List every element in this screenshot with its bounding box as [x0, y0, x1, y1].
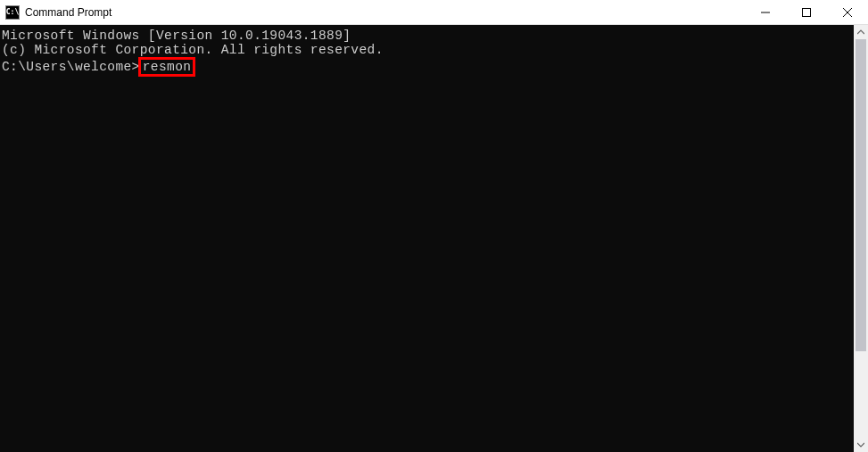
terminal-output[interactable]: Microsoft Windows [Version 10.0.19043.18… — [0, 25, 854, 452]
close-icon — [843, 8, 852, 17]
close-button[interactable] — [827, 0, 868, 24]
svg-rect-1 — [803, 8, 811, 16]
command-highlight: resmon — [138, 57, 196, 77]
command-prompt-window: C:\ Command Prompt Microsoft Wi — [0, 0, 868, 452]
scrollbar-up-button[interactable] — [854, 25, 868, 39]
vertical-scrollbar[interactable] — [854, 25, 868, 452]
window-controls — [745, 0, 868, 24]
terminal-line-version: Microsoft Windows [Version 10.0.19043.18… — [2, 29, 852, 43]
app-icon: C:\ — [5, 5, 20, 20]
chevron-down-icon — [857, 441, 864, 448]
titlebar[interactable]: C:\ Command Prompt — [0, 0, 868, 25]
scrollbar-down-button[interactable] — [854, 438, 868, 452]
scrollbar-track[interactable] — [854, 39, 868, 438]
minimize-icon — [761, 8, 770, 17]
scrollbar-thumb[interactable] — [856, 39, 866, 351]
app-icon-label: C:\ — [6, 8, 19, 16]
content-area: Microsoft Windows [Version 10.0.19043.18… — [0, 25, 868, 452]
terminal-command: resmon — [143, 60, 192, 74]
maximize-button[interactable] — [786, 0, 827, 24]
maximize-icon — [802, 8, 811, 17]
window-title: Command Prompt — [25, 6, 745, 19]
terminal-prompt-line: C:\Users\welcome>resmon — [2, 57, 852, 77]
terminal-line-copyright: (c) Microsoft Corporation. All rights re… — [2, 43, 852, 57]
minimize-button[interactable] — [745, 0, 786, 24]
chevron-up-icon — [857, 29, 864, 36]
terminal-prompt: C:\Users\welcome> — [2, 60, 140, 74]
